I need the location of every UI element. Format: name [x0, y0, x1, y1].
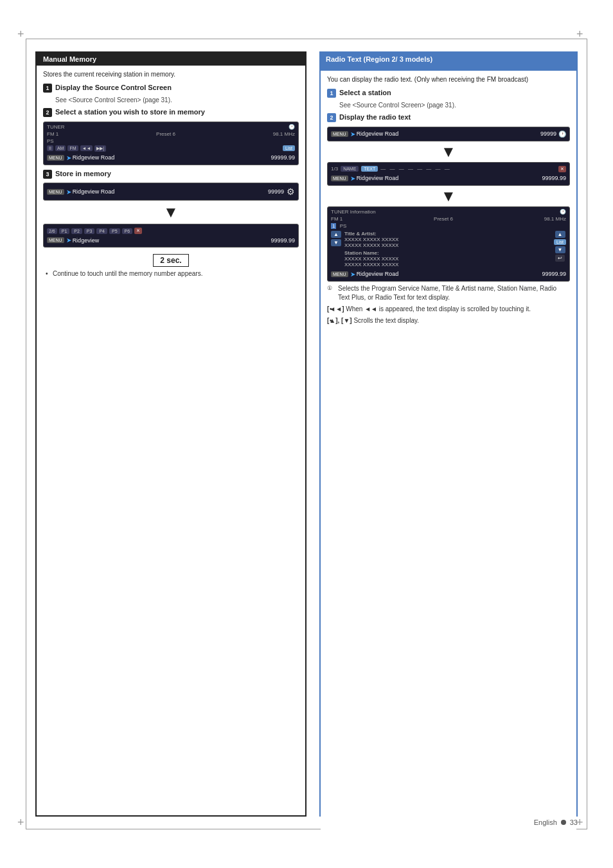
tuner-top-bar: TUNER 🕐 [47, 124, 295, 130]
radio-text-intro: You can display the radio text. (Only wh… [327, 76, 570, 83]
corner-mark-br [580, 822, 592, 835]
menu-btn-2[interactable]: MENU [47, 189, 64, 195]
rt-menu-btn-2[interactable]: MENU [331, 176, 348, 181]
preset-bottom-bar: MENU ➤ Ridgeview 99999.99 [47, 235, 295, 245]
tuner-label: TUNER [47, 124, 65, 130]
rt-name-tab[interactable]: NAME [341, 166, 359, 172]
ti-menu-btn[interactable]: MENU [331, 271, 348, 277]
screen2-bar: MENU ➤ Ridgeview Road 99999 ⚙ [47, 185, 295, 198]
step-1: 1 Display the Source Control Screen [43, 83, 299, 93]
ti-down-btn-2[interactable]: ▼ [555, 246, 565, 253]
preset-close-btn[interactable]: ✕ [134, 228, 142, 234]
preset-p2[interactable]: P2 [71, 228, 82, 234]
corner-mark-tr [580, 33, 592, 46]
screen2-right: 99999 ⚙ [268, 186, 295, 197]
rt-step-1-sub: See <Source Control Screen> (page 31). [339, 102, 570, 109]
rt-tabs: 1/3 NAME TEXT — — — — — — — — ✕ [331, 165, 566, 174]
two-sec-label: 2 sec. [153, 254, 188, 267]
manual-memory-title: Manual Memory [37, 53, 305, 66]
preset-p1[interactable]: P1 [59, 228, 70, 234]
ps-label: PS [47, 138, 295, 144]
ti-right-nav: ▲ List ▼ ↩ [554, 231, 566, 267]
preset-p4[interactable]: P4 [96, 228, 107, 234]
preset-p5[interactable]: P5 [109, 228, 120, 234]
fm-btn[interactable]: FM [67, 145, 78, 151]
rt-step-1: 1 Select a station [327, 88, 570, 98]
rt-clock-icon: 🕐 [558, 131, 566, 138]
rt-step-num-2: 2 [327, 113, 336, 122]
menu-btn[interactable]: MENU [47, 155, 64, 161]
rt-arrow-down-2: ▼ [327, 188, 570, 204]
ti-header: TUNER Information 🕐 [331, 209, 566, 215]
rt-close-btn[interactable]: ✕ [558, 166, 566, 172]
rt-screen-middle: 1/3 NAME TEXT — — — — — — — — ✕ MENU ➤ R… [327, 162, 570, 186]
manual-memory-section: Manual Memory Stores the current receivi… [35, 51, 306, 817]
ti-down-btn[interactable]: ▼ [331, 239, 341, 246]
two-sec-wrap: 2 sec. [43, 251, 299, 269]
menu-btn-3[interactable]: MENU [47, 237, 64, 243]
radio-text-content: You can display the radio text. (Only wh… [321, 71, 576, 833]
arrow-down-1: ▼ [43, 204, 299, 220]
ti-up-btn-2[interactable]: ▲ [555, 231, 565, 238]
page-border-top [26, 39, 587, 39]
preset-station: MENU ➤ Ridgeview [47, 237, 99, 244]
page-indicator: 2/6 [47, 228, 57, 234]
step-1-text: Display the Source Control Screen [55, 83, 172, 93]
rt-menu-btn-1[interactable]: MENU [331, 131, 348, 137]
arrow-icon-3: ➤ [66, 237, 71, 244]
am-btn[interactable]: AM [55, 145, 66, 151]
rt-page-num: 1/3 [331, 166, 338, 172]
rt-top-right: 99999 🕐 [540, 131, 566, 138]
rt-note-3: [▲], [▼] Scrolls the text display. [327, 316, 570, 325]
two-column-layout: Manual Memory Stores the current receivi… [35, 51, 578, 817]
station-price: 99999.99 [271, 154, 295, 161]
rt-note-2: [◄◄] When ◄◄ is appeared, the text displ… [327, 305, 570, 314]
skip-btn[interactable]: ▶▶| [94, 145, 106, 152]
step-num-3: 3 [43, 170, 52, 179]
tuner-bottom-bar: MENU ➤ Ridgeview Road 99999.99 [47, 153, 295, 163]
content-area: Manual Memory Stores the current receivi… [35, 51, 578, 817]
ti-num: 1 [331, 223, 336, 229]
rt-note-1: ① Selects the Program Service Name, Titl… [327, 284, 570, 302]
ti-left-nav: ▲ ▼ [331, 231, 341, 267]
ti-bottom-bar: MENU ➤ Ridgeview Road 99999.99 [331, 269, 566, 279]
rt-station-mid: MENU ➤ Ridgeview Road [331, 175, 398, 182]
rt-station-top: MENU ➤ Ridgeview Road [331, 131, 398, 138]
arrow-icon: ➤ [66, 154, 71, 161]
rt-step-1-text: Select a station [339, 88, 391, 98]
rt-screen-top: MENU ➤ Ridgeview Road 99999 🕐 [327, 127, 570, 141]
clock-icon: 🕐 [289, 124, 295, 130]
rt-top-bar: MENU ➤ Ridgeview Road 99999 🕐 [331, 129, 566, 139]
rt-arrow-2: ➤ [350, 175, 355, 182]
ti-back-btn[interactable]: ↩ [555, 255, 565, 262]
step-3-text: Store in memory [55, 169, 111, 179]
rt-step-2: 2 Display the radio text [327, 113, 570, 122]
step-2-text: Select a station you wish to store in me… [55, 107, 205, 117]
page-number: English 33 [534, 818, 578, 826]
arrow-icon-2: ➤ [66, 188, 71, 195]
radio-text-section: Radio Text (Region 2/ 3 models) You can … [319, 51, 578, 817]
rt-middle-bar: MENU ➤ Ridgeview Road 99999.99 [331, 174, 566, 183]
memory-note: Continue to touch until the memory numbe… [43, 269, 299, 278]
ti-list-btn[interactable]: List [554, 239, 566, 245]
ti-up-btn[interactable]: ▲ [331, 231, 341, 238]
rt-text-tab[interactable]: TEXT [361, 166, 378, 172]
preset-p6[interactable]: P6 [122, 228, 133, 234]
rt-arrow-down-1: ▼ [327, 144, 570, 159]
rt-step-num-1: 1 [327, 89, 336, 98]
gear-icon: ⚙ [287, 186, 295, 197]
rewind-btn[interactable]: ◄◄ [80, 145, 93, 151]
step-num-2: 2 [43, 108, 52, 117]
tuner-info-screen: TUNER Information 🕐 FM 1 Preset 6 98.1 M… [327, 206, 570, 282]
ti-sub-header: FM 1 Preset 6 98.1 MHz [331, 216, 566, 222]
device-controls-1: II AM FM ◄◄ ▶▶| List [47, 144, 295, 153]
ti-main-content: Title & Artist: XXXXX XXXXX XXXXX XXXXX … [344, 231, 551, 267]
tuner-screen-2: MENU ➤ Ridgeview Road 99999 ⚙ [43, 183, 299, 201]
list-btn[interactable]: List [283, 145, 295, 151]
preset-label: Preset 6 [156, 131, 175, 137]
pause-btn[interactable]: II [47, 145, 53, 151]
step-3: 3 Store in memory [43, 169, 299, 179]
preset-p3[interactable]: P3 [84, 228, 95, 234]
rt-arrow-1: ➤ [350, 131, 355, 138]
preset-row: 2/6 P1 P2 P3 P4 P5 P6 ✕ [47, 226, 295, 235]
